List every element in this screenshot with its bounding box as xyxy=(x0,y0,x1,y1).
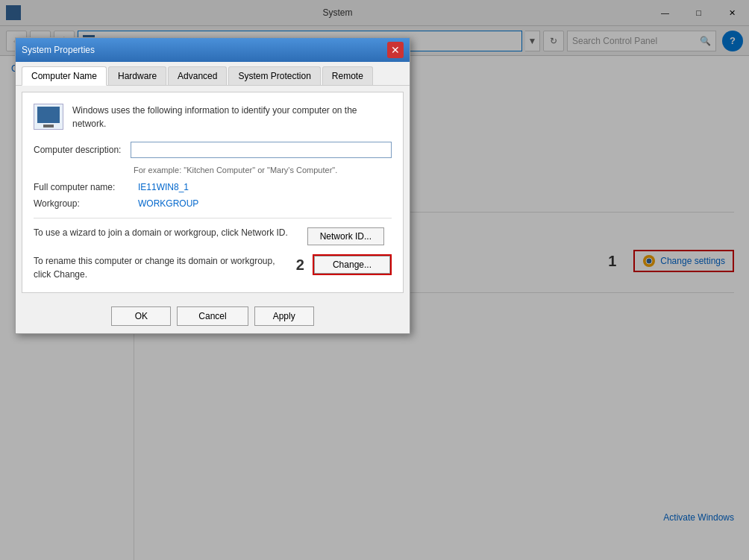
network-id-button[interactable]: Network ID... xyxy=(307,227,384,245)
computer-info-row: Windows uses the following information t… xyxy=(34,104,392,130)
network-id-text: To use a wizard to join a domain or work… xyxy=(34,227,300,238)
dialog-title: System Properties xyxy=(22,45,387,55)
dialog-close-button[interactable]: ✕ xyxy=(387,42,404,58)
change-button[interactable]: Change... xyxy=(314,256,390,274)
computer-desc-hint: For example: "Kitchen Computer" or "Mary… xyxy=(134,166,392,174)
dialog-titlebar: System Properties ✕ xyxy=(16,38,410,62)
full-computer-name-row: Full computer name: IE11WIN8_1 xyxy=(34,182,392,192)
computer-desc-label: Computer description: xyxy=(34,145,131,155)
tab-remote[interactable]: Remote xyxy=(322,66,373,85)
number-2-label: 2 xyxy=(296,257,304,274)
workgroup-value: WORKGROUP xyxy=(138,198,198,209)
tab-advanced[interactable]: Advanced xyxy=(168,66,227,85)
workgroup-row: Workgroup: WORKGROUP xyxy=(34,198,392,209)
full-computer-name-label: Full computer name: xyxy=(34,182,138,192)
dialog-footer: OK Cancel Apply xyxy=(16,299,410,333)
workgroup-label: Workgroup: xyxy=(34,198,138,209)
apply-button[interactable]: Apply xyxy=(254,306,314,326)
full-computer-name-value: IE11WIN8_1 xyxy=(138,182,189,192)
change-section: To rename this computer or change its do… xyxy=(34,254,392,281)
system-properties-dialog: System Properties ✕ Computer Name Hardwa… xyxy=(15,37,410,334)
change-section-text: To rename this computer or change its do… xyxy=(34,254,289,281)
computer-desc-text: Windows uses the following information t… xyxy=(72,104,392,130)
tab-hardware[interactable]: Hardware xyxy=(108,66,166,85)
tab-system-protection[interactable]: System Protection xyxy=(228,66,320,85)
dialog-divider xyxy=(34,218,392,218)
tab-bar: Computer Name Hardware Advanced System P… xyxy=(16,62,410,86)
computer-icon xyxy=(34,104,63,130)
cancel-button[interactable]: Cancel xyxy=(177,306,248,326)
ok-button[interactable]: OK xyxy=(111,306,171,326)
dialog-body: Windows uses the following information t… xyxy=(22,92,404,293)
change-button-box: Change... xyxy=(313,254,392,275)
computer-description-row: Computer description: xyxy=(34,142,392,158)
network-id-section: To use a wizard to join a domain or work… xyxy=(34,227,392,245)
computer-description-input[interactable] xyxy=(131,142,392,158)
tab-computer-name[interactable]: Computer Name xyxy=(22,66,107,86)
